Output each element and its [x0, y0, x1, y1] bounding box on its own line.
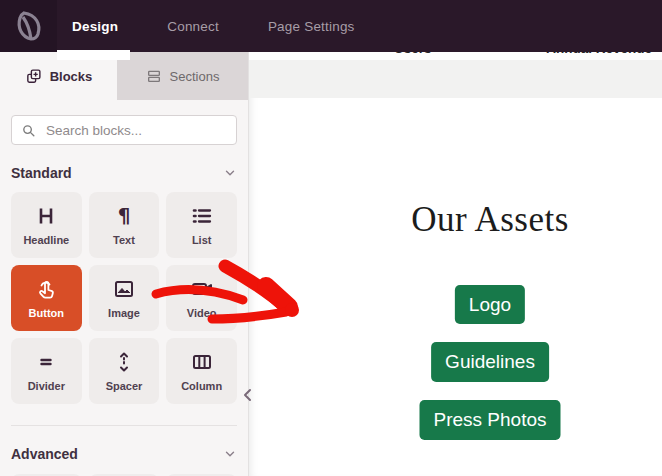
block-label: Image [108, 307, 140, 319]
section-standard-label: Standard [11, 165, 72, 181]
search-blocks-box [11, 115, 237, 145]
top-header-bar: Design Connect Page Settings [0, 0, 662, 52]
section-divider [11, 425, 237, 426]
seedprod-leaf-icon [10, 7, 48, 45]
preview-header-band [249, 60, 662, 98]
divider-icon [34, 350, 58, 374]
clipped-preview-row: Users Annual Revenue [249, 52, 662, 60]
block-tile-column[interactable]: Column [166, 338, 237, 404]
tap-icon [34, 277, 58, 301]
block-tile-text[interactable]: ¶ Text [89, 192, 160, 258]
block-label: Column [181, 380, 222, 392]
tab-page-settings[interactable]: Page Settings [268, 19, 355, 34]
block-label: Text [113, 234, 135, 246]
block-label: List [192, 234, 212, 246]
block-tile-divider[interactable]: Divider [11, 338, 82, 404]
spacer-icon [112, 350, 136, 374]
image-icon [112, 277, 136, 301]
clipped-users-label: Users [394, 52, 432, 56]
seedprod-builder-window: Design Connect Page Settings Users Annua… [0, 0, 662, 476]
svg-text:¶: ¶ [118, 204, 131, 227]
tab-design[interactable]: Design [72, 19, 118, 34]
clipped-annual-revenue-label: Annual Revenue [546, 52, 652, 56]
list-icon [190, 204, 214, 228]
blocks-sidebar: Blocks Sections Standard [0, 52, 248, 476]
block-label: Headline [23, 234, 69, 246]
logo-button[interactable]: Logo [455, 285, 525, 324]
block-tile-spacer[interactable]: Spacer [89, 338, 160, 404]
headline-icon [34, 204, 58, 228]
tab-connect[interactable]: Connect [167, 19, 219, 34]
section-advanced-header[interactable]: Advanced [11, 446, 237, 462]
search-input[interactable] [44, 122, 227, 139]
press-photos-button[interactable]: Press Photos [420, 400, 561, 440]
block-tile-video[interactable]: Video [166, 265, 237, 331]
sections-icon [146, 68, 162, 84]
chevron-left-icon [243, 388, 252, 402]
paragraph-icon: ¶ [112, 204, 136, 228]
active-tab-indicator [57, 50, 130, 60]
section-advanced-label: Advanced [11, 446, 78, 462]
block-tile-headline[interactable]: Headline [11, 192, 82, 258]
page-title: Our Assets [411, 200, 569, 240]
standard-block-grid: Headline ¶ Text List Butto [11, 192, 237, 404]
block-label: Video [187, 307, 217, 319]
block-label: Button [29, 307, 64, 319]
column-icon [190, 350, 214, 374]
block-label: Spacer [106, 380, 143, 392]
block-label: Divider [28, 380, 65, 392]
tab-sections-label: Sections [170, 69, 220, 84]
search-icon [21, 123, 36, 138]
block-tile-list[interactable]: List [166, 192, 237, 258]
tab-blocks-label: Blocks [50, 69, 93, 84]
header-tab-bar: Design Connect Page Settings [72, 19, 355, 34]
video-camera-icon [190, 277, 214, 301]
block-tile-image[interactable]: Image [89, 265, 160, 331]
tab-sections[interactable]: Sections [117, 52, 248, 100]
guidelines-button[interactable]: Guidelines [431, 342, 549, 382]
chevron-down-icon [223, 447, 237, 461]
app-logo[interactable] [0, 0, 57, 52]
page-preview-canvas: Users Annual Revenue Our Assets Logo Gui… [248, 52, 662, 476]
sidebar-collapse-button[interactable] [240, 385, 254, 405]
section-standard-header[interactable]: Standard [11, 165, 237, 181]
chevron-down-icon [223, 166, 237, 180]
block-tile-button[interactable]: Button [11, 265, 82, 331]
blocks-icon [25, 68, 42, 85]
